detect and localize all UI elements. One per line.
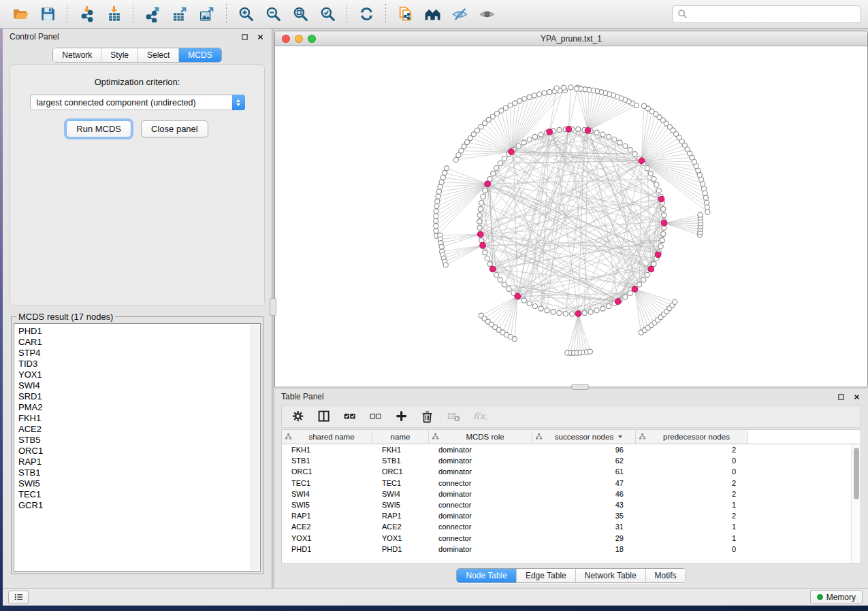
toolbar-separator [347,4,347,24]
zoom-fit-button[interactable] [287,3,314,26]
table-panel-tab-edge-table[interactable]: Edge Table [516,569,575,582]
table-row-orc1[interactable]: ORC1ORC1dominator610 [282,466,851,477]
mcds-result-item[interactable]: ORC1 [18,446,260,457]
table-splitter-handle[interactable] [571,384,589,390]
gear-icon [291,410,306,424]
zoom-out-button[interactable] [259,3,287,26]
trash-icon [421,410,435,424]
search-input[interactable] [688,10,861,19]
first-neighbors-button[interactable] [419,3,446,26]
hide-selected-button[interactable] [446,3,473,26]
cell: RAP1 [372,512,429,520]
mcds-result-item[interactable]: STB1 [18,467,260,478]
control-panel-tabs: NetworkStyleSelectMCDS [52,48,221,63]
table-panel: Table Panel f(x) shared namenameMCDS rol… [274,389,868,588]
select-all-columns-button[interactable] [339,407,361,426]
network-window-titlebar[interactable]: YPA_prune.txt_1 [275,31,867,46]
uncheck-all-icon [369,410,383,424]
result-list-scrollbar[interactable] [251,325,259,570]
table-panel-tab-network-table[interactable]: Network Table [575,569,645,582]
mcds-result-item[interactable]: SWI5 [18,478,260,489]
function-builder-button: f(x) [468,407,490,426]
save-session-button[interactable] [34,3,61,26]
table-panel-close-button[interactable] [852,392,861,401]
show-column-panel-button[interactable] [313,407,335,426]
optimization-select[interactable]: largest connected component (undirected) [30,95,245,110]
svg-text:f(x): f(x) [472,411,486,421]
export-image-button[interactable] [193,3,221,26]
table-row-swi4[interactable]: SWI4SWI4dominator462 [282,489,851,499]
control-panel-tab-select[interactable]: Select [138,48,178,62]
column-header-name[interactable]: name [372,430,429,444]
new-network-from-selection-button[interactable] [391,3,419,26]
table-row-stb1[interactable]: STB1STB1dominator620 [282,455,851,466]
import-network-button[interactable] [73,3,100,26]
control-panel-tab-style[interactable]: Style [101,48,138,62]
cell: 61 [532,467,636,476]
table-scrollbar[interactable] [851,444,861,563]
table-panel-tab-motifs[interactable]: Motifs [645,569,686,582]
column-header-shared-name[interactable]: shared name [282,430,372,444]
control-panel-header: Control Panel [3,29,272,44]
control-panel-float-button[interactable] [240,32,249,42]
column-header-mcds-role[interactable]: MCDS role [429,430,532,444]
run-mcds-button[interactable]: Run MCDS [66,120,131,137]
table-row-tec1[interactable]: TEC1TEC1connector472 [282,478,851,489]
control-panel-close-button[interactable] [255,32,265,42]
apply-preferred-layout-button[interactable] [353,3,380,26]
control-panel-tab-network[interactable]: Network [53,48,101,62]
close-panel-button[interactable]: Close panel [141,120,208,137]
mcds-result-item[interactable]: RAP1 [18,457,260,467]
mcds-result-item[interactable]: STP4 [18,348,260,359]
mcds-result-list[interactable]: PHD1CAR1STP4TID3YOX1SWI4SRD1PMA2FKH1ACE2… [14,323,261,572]
show-panels-button[interactable] [8,591,29,604]
column-header-successor-nodes[interactable]: successor nodes [532,430,636,444]
network-canvas[interactable] [275,46,867,386]
table-panel-tab-node-table[interactable]: Node Table [457,569,516,582]
cell: SWI4 [372,490,429,498]
import-table-button[interactable] [100,3,127,26]
search-box[interactable] [672,5,861,23]
zoom-in-button[interactable] [232,3,259,26]
table-row-phd1[interactable]: PHD1PHD1dominator180 [282,544,851,555]
mcds-result-item[interactable]: STB5 [18,435,260,446]
table-panel-float-button[interactable] [836,392,846,401]
export-table-button[interactable] [166,3,193,26]
desktop-wallpaper-bottom [0,606,868,611]
control-panel-tab-mcds[interactable]: MCDS [178,48,221,62]
mcds-result-item[interactable]: FKH1 [18,413,260,424]
mcds-result-item[interactable]: PMA2 [18,402,260,413]
mcds-result-item[interactable]: ACE2 [18,424,260,435]
delete-columns-button[interactable] [417,407,438,426]
table-row-rap1[interactable]: RAP1RAP1dominator352 [282,510,851,521]
table-row-yox1[interactable]: YOX1YOX1connector291 [282,533,851,544]
network-window: YPA_prune.txt_1 [274,31,868,386]
show-all-button[interactable] [473,3,500,26]
cell: 0 [636,467,748,476]
export-network-button[interactable] [139,3,166,26]
table-row-fkh1[interactable]: FKH1FKH1dominator962 [282,444,851,455]
mcds-result-item[interactable]: GCR1 [18,500,260,511]
graph-nodes[interactable] [433,85,710,356]
mcds-result-item[interactable]: TEC1 [18,489,260,500]
mcds-result-item[interactable]: CAR1 [18,337,260,348]
memory-button[interactable]: Memory [810,590,863,604]
deselect-all-columns-button[interactable] [365,407,387,426]
create-column-button[interactable] [391,407,413,426]
table-row-swi5[interactable]: SWI5SWI5connector431 [282,499,851,510]
column-header-predecessor-nodes[interactable]: predecessor nodes [636,430,748,444]
table-row-ace2[interactable]: ACE2ACE2connector311 [282,521,851,532]
table-scrollbar-thumb[interactable] [854,448,859,499]
import-network-icon [78,5,95,22]
zoom-selected-button[interactable] [314,3,341,26]
table-splitter[interactable] [274,386,868,389]
open-file-button[interactable] [7,3,34,26]
mcds-result-item[interactable]: SRD1 [18,391,260,402]
mcds-result-item[interactable]: YOX1 [18,369,260,380]
panel-splitter[interactable] [272,29,274,588]
table-settings-button[interactable] [287,407,309,426]
mcds-result-item[interactable]: TID3 [18,359,260,369]
mcds-result-item[interactable]: PHD1 [18,326,260,337]
splitter-handle[interactable] [270,298,276,316]
mcds-result-item[interactable]: SWI4 [18,380,260,391]
